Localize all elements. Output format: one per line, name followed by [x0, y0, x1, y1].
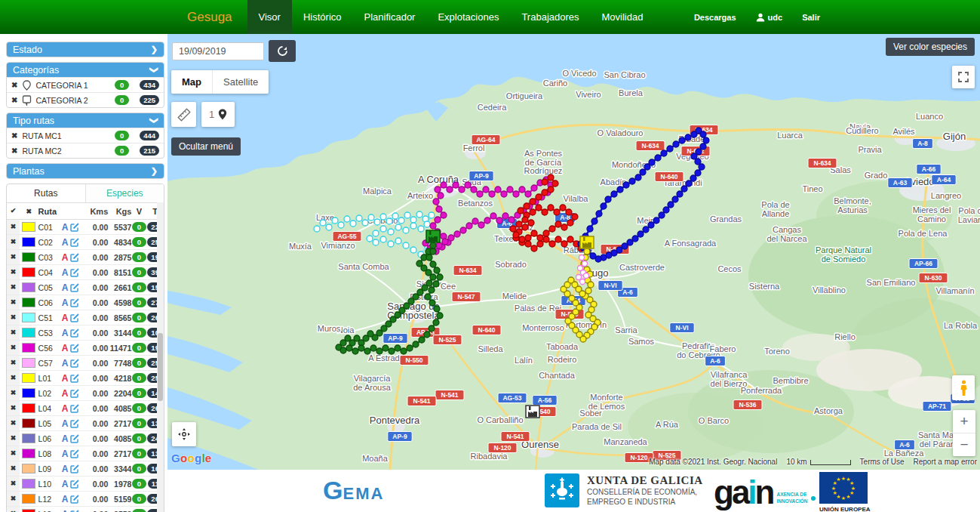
remove-route-icon[interactable]: ✖ [7, 492, 20, 506]
route-a-icon[interactable]: A [62, 359, 69, 368]
edit-icon[interactable] [70, 344, 79, 353]
remove-route-icon[interactable]: ✖ [7, 235, 20, 249]
panel-categorias-header[interactable]: Categorías ❯ [7, 63, 164, 77]
marker-count-button[interactable]: 1 [201, 102, 235, 127]
plant-marker[interactable] [426, 230, 440, 242]
edit-icon[interactable] [70, 464, 79, 473]
edit-icon[interactable] [70, 510, 79, 512]
remove-filter-icon[interactable]: ✖ [11, 96, 17, 104]
route-a-icon[interactable]: A [62, 238, 69, 247]
route-a-icon[interactable]: A [62, 404, 69, 413]
edit-icon[interactable] [70, 238, 79, 247]
nav-item-planificador[interactable]: Planificador [353, 0, 427, 34]
panel-estado-header[interactable]: Estado ❯ [7, 42, 164, 57]
remove-filter-icon[interactable]: ✖ [11, 131, 17, 140]
map-canvas[interactable]: CariñoO VicedoSan CibraoOrtigueiraViveir… [167, 34, 980, 470]
date-input[interactable] [172, 42, 264, 60]
route-a-icon[interactable]: A [62, 344, 69, 353]
route-a-icon[interactable]: A [62, 480, 69, 489]
edit-icon[interactable] [70, 298, 79, 307]
map-type-satellite[interactable]: Satellite [212, 70, 269, 94]
route-a-icon[interactable]: A [62, 374, 69, 383]
edit-icon[interactable] [70, 359, 79, 368]
edit-icon[interactable] [70, 283, 79, 292]
edit-icon[interactable] [70, 449, 79, 458]
remove-route-icon[interactable]: ✖ [7, 295, 20, 310]
tab-rutas[interactable]: Rutas [7, 184, 85, 202]
edit-icon[interactable] [70, 328, 79, 338]
edit-icon[interactable] [70, 404, 79, 413]
route-a-icon[interactable]: A [62, 328, 69, 338]
plant-marker[interactable] [580, 236, 594, 248]
pan-button[interactable] [172, 422, 196, 446]
remove-filter-icon[interactable]: ✖ [11, 81, 17, 89]
route-a-icon[interactable]: A [62, 313, 69, 322]
remove-filter-icon[interactable]: ✖ [11, 147, 17, 155]
google-logo[interactable]: Google [171, 452, 212, 464]
report-error-link[interactable]: Report a map error [914, 458, 977, 466]
route-a-icon[interactable]: A [62, 268, 69, 277]
nav-item-trabajadores[interactable]: Trabajadores [510, 0, 590, 34]
edit-icon[interactable] [70, 389, 79, 398]
tab-especies[interactable]: Especies [85, 184, 164, 202]
check-all-icon[interactable]: ✔ [7, 204, 20, 218]
nav-item-histórico[interactable]: Histórico [292, 0, 353, 34]
measure-button[interactable] [171, 102, 196, 127]
edit-icon[interactable] [70, 374, 79, 383]
route-a-icon[interactable]: A [62, 283, 69, 292]
remove-route-icon[interactable]: ✖ [7, 371, 20, 385]
fullscreen-button[interactable] [952, 66, 975, 88]
scrollbar-thumb[interactable] [158, 333, 163, 401]
nav-item-visor[interactable]: Visor [247, 0, 292, 34]
route-a-icon[interactable]: A [62, 253, 69, 262]
nav-right-salir[interactable]: Salir [802, 13, 820, 22]
edit-icon[interactable] [70, 419, 79, 428]
remove-route-icon[interactable]: ✖ [7, 265, 20, 279]
remove-route-icon[interactable]: ✖ [7, 341, 20, 355]
route-a-icon[interactable]: A [62, 434, 69, 443]
edit-icon[interactable] [70, 495, 79, 504]
pegman-button[interactable] [952, 375, 975, 400]
route-a-icon[interactable]: A [62, 223, 69, 232]
factory-marker[interactable] [526, 406, 539, 418]
species-color-button[interactable]: Ver color especies [886, 38, 975, 56]
remove-route-icon[interactable]: ✖ [7, 356, 20, 370]
remove-route-icon[interactable]: ✖ [7, 446, 20, 461]
remove-route-icon[interactable]: ✖ [7, 401, 20, 415]
sidebar-scrollbar[interactable] [157, 202, 164, 512]
remove-route-icon[interactable]: ✖ [7, 386, 20, 400]
route-a-icon[interactable]: A [62, 449, 69, 458]
nav-right-udc[interactable]: udc [756, 13, 783, 22]
remove-route-icon[interactable]: ✖ [7, 461, 20, 476]
edit-icon[interactable] [70, 268, 79, 277]
remove-route-icon[interactable]: ✖ [7, 325, 20, 340]
route-a-icon[interactable]: A [62, 389, 69, 398]
edit-icon[interactable] [70, 253, 79, 262]
route-a-icon[interactable]: A [62, 495, 69, 504]
remove-route-icon[interactable]: ✖ [7, 431, 20, 446]
remove-route-icon[interactable]: ✖ [7, 280, 20, 295]
remove-route-icon[interactable]: ✖ [7, 250, 20, 264]
route-a-icon[interactable]: A [62, 419, 69, 428]
edit-icon[interactable] [70, 223, 79, 232]
remove-route-icon[interactable]: ✖ [7, 477, 20, 491]
remove-route-icon[interactable]: ✖ [7, 507, 20, 512]
map-type-map[interactable]: Map [171, 70, 212, 94]
nav-item-explotaciones[interactable]: Explotaciones [426, 0, 510, 34]
edit-icon[interactable] [70, 434, 79, 443]
terms-link[interactable]: Terms of Use [860, 458, 905, 466]
edit-icon[interactable] [70, 313, 79, 322]
edit-icon[interactable] [70, 480, 79, 489]
panel-tipo-rutas-header[interactable]: Tipo rutas ❯ [7, 113, 164, 128]
route-a-icon[interactable]: A [62, 298, 69, 307]
panel-plantas-header[interactable]: Plantas ❯ [7, 164, 164, 178]
remove-route-icon[interactable]: ✖ [7, 220, 20, 234]
hide-menu-button[interactable]: Ocultar menú [171, 137, 241, 156]
zoom-in-button[interactable]: + [953, 410, 975, 433]
remove-route-icon[interactable]: ✖ [7, 416, 20, 430]
refresh-button[interactable] [269, 40, 296, 62]
remove-route-icon[interactable]: ✖ [7, 310, 20, 325]
route-a-icon[interactable]: A [62, 464, 69, 473]
clear-all-icon[interactable]: ✖ [20, 208, 38, 215]
route-a-icon[interactable]: A [62, 510, 69, 512]
